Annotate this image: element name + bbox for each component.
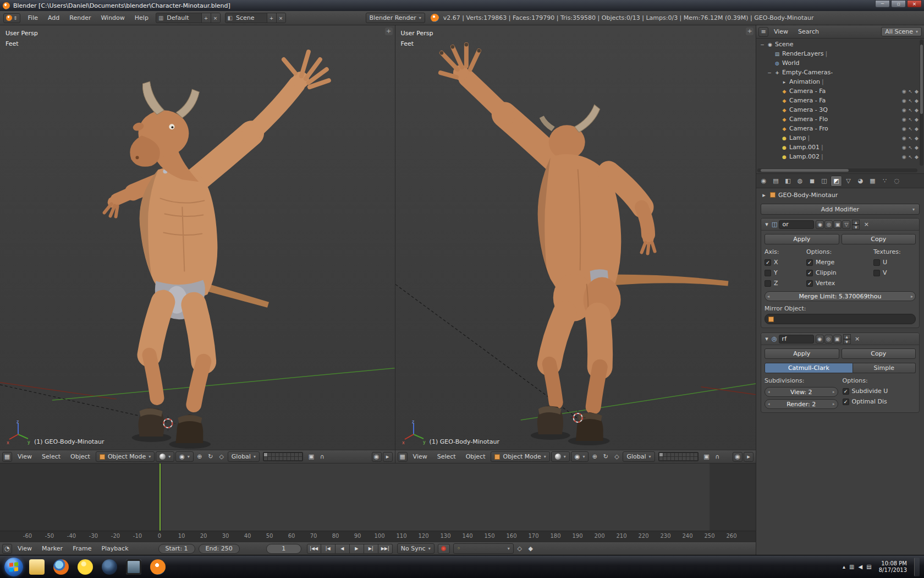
outliner-item[interactable]: Lamp | ◉ ↖ ◆	[756, 133, 924, 143]
pivot-point-selector[interactable]: ◉ ▾	[175, 451, 194, 462]
delete-screen-layout-button[interactable]: ×	[211, 13, 220, 23]
subsurf-option-checkbox[interactable]: Subdivide U	[843, 387, 916, 395]
outliner-scrollbar[interactable]	[920, 40, 923, 166]
visibility-toggle-icon[interactable]: ◉	[902, 89, 906, 94]
visibility-toggle-icon[interactable]: ◉	[902, 145, 906, 150]
renderability-toggle-icon[interactable]: ◆	[915, 117, 919, 122]
minotaur-model-front[interactable]	[0, 25, 395, 450]
render-tab[interactable]: ◉	[758, 176, 769, 187]
outliner-item[interactable]: Lamp.002 | ◉ ↖ ◆	[756, 152, 924, 161]
viewport-shading-selector[interactable]: ▾	[551, 451, 570, 462]
move-modifier-up-button[interactable]: ▲	[852, 220, 860, 225]
mirror-object-field[interactable]	[765, 314, 916, 324]
screen-layout-selector[interactable]: ▥ Default + ×	[156, 13, 221, 23]
info-menu[interactable]: Window	[96, 14, 129, 21]
outliner-item[interactable]: Animation |	[756, 77, 924, 86]
area-split-handle[interactable]: +	[385, 28, 393, 35]
area-split-handle[interactable]: +	[746, 28, 754, 35]
mode-selector[interactable]: Object Mode ▾	[491, 451, 549, 462]
collapse-icon[interactable]: ▾	[763, 220, 770, 230]
constraints-tab[interactable]: ◫	[818, 176, 830, 187]
orientation-selector[interactable]: Global ▾	[228, 451, 260, 462]
renderability-toggle-icon[interactable]: ◆	[915, 135, 919, 141]
info-menu[interactable]: Add	[43, 14, 64, 21]
modifier-name-field[interactable]: or	[779, 220, 814, 229]
selectability-toggle-icon[interactable]: ↖	[909, 107, 913, 113]
move-modifier-down-button[interactable]: ▼	[852, 225, 860, 230]
axis-checkbox[interactable]: Y	[765, 269, 804, 277]
delete-modifier-icon[interactable]: ×	[861, 220, 871, 230]
selectability-toggle-icon[interactable]: ↖	[909, 135, 913, 141]
physics-tab[interactable]: ◌	[891, 176, 903, 187]
subsurf-option-checkbox[interactable]: Optimal Dis	[843, 397, 916, 406]
render-subdivisions-field[interactable]: Render: 2	[765, 399, 838, 409]
scene-tab[interactable]: ◧	[782, 176, 794, 187]
manipulator-rotate-icon[interactable]: ↻	[206, 452, 216, 462]
modifier-editmode-toggle-icon[interactable]: ▣	[833, 220, 842, 229]
viewport-right-canvas[interactable]: User Persp Feet z y x	[395, 25, 756, 450]
renderability-toggle-icon[interactable]: ◆	[915, 107, 919, 113]
visibility-toggle-icon[interactable]: ◉	[902, 117, 906, 122]
manipulator-scale-icon[interactable]: ◇	[612, 452, 622, 462]
viewport-left-canvas[interactable]: User Persp Feet z y x	[0, 25, 395, 450]
timeline-canvas[interactable]	[0, 464, 756, 531]
add-modifier-dropdown[interactable]: Add Modifier ▾	[761, 204, 920, 215]
opengl-render-anim-icon[interactable]: ▸	[744, 452, 754, 462]
axis-checkbox[interactable]: Z	[765, 279, 804, 287]
renderability-toggle-icon[interactable]: ◆	[915, 98, 919, 103]
outliner-item[interactable]: − Scene	[756, 40, 924, 49]
render-engine-selector[interactable]: Blender Render ▾	[366, 13, 425, 23]
lock-icon[interactable]: ▣	[702, 452, 712, 462]
editor-type-button[interactable]: ⇕	[3, 13, 20, 23]
outliner-item[interactable]: Camera - Fa ◉ ↖ ◆	[756, 96, 924, 105]
expander-icon[interactable]: −	[767, 70, 772, 75]
option-checkbox[interactable]: Clippin	[806, 269, 871, 277]
expander-icon[interactable]: −	[760, 42, 765, 47]
view-subdivisions-field[interactable]: View: 2	[765, 387, 838, 397]
catmull-clark-button[interactable]: Catmull-Clark	[765, 363, 853, 373]
selectability-toggle-icon[interactable]: ↖	[909, 98, 913, 103]
timeline-menu[interactable]: Frame	[68, 545, 96, 552]
add-screen-layout-button[interactable]: +	[201, 13, 211, 23]
modifier-render-toggle-icon[interactable]: ◉	[816, 220, 824, 229]
outliner-item[interactable]: World	[756, 58, 924, 68]
modifier-editmode-toggle-icon[interactable]: ▣	[833, 335, 842, 343]
steam[interactable]	[99, 557, 120, 577]
modifier-render-toggle-icon[interactable]: ◉	[816, 335, 824, 343]
taskbar-clock[interactable]: 10:08 PM 8/17/2013	[876, 560, 910, 574]
snap-magnet-icon[interactable]: ∩	[317, 452, 327, 462]
outliner-item[interactable]: Camera - Fa ◉ ↖ ◆	[756, 86, 924, 96]
outliner-item[interactable]: RenderLayers |	[756, 49, 924, 58]
blender[interactable]	[147, 557, 168, 577]
render-layers-tab[interactable]: ▤	[770, 176, 782, 187]
object-data-tab[interactable]: ▽	[843, 176, 854, 187]
insert-keyframe-icon[interactable]: ◇	[515, 544, 525, 554]
next-keyframe-button[interactable]: ▶|	[364, 544, 378, 554]
timeline-ruler[interactable]: -60-50-40-30-20-100102030405060708090100…	[0, 531, 756, 542]
apply-button[interactable]: Apply	[765, 234, 839, 244]
add-scene-button[interactable]: +	[267, 13, 276, 23]
texture-checkbox[interactable]: U	[873, 258, 916, 266]
opengl-render-anim-icon[interactable]: ▸	[383, 452, 393, 462]
axis-checkbox[interactable]: X	[765, 258, 804, 266]
increment-icon[interactable]: ▸	[911, 294, 913, 299]
current-frame-field[interactable]: 1	[266, 544, 301, 554]
outliner-item[interactable]: Camera - 3Q ◉ ↖ ◆	[756, 105, 924, 114]
modifier-cage-toggle-icon[interactable]: ▽	[842, 220, 850, 229]
outliner-menu[interactable]: Search	[794, 28, 823, 35]
modifier-view-toggle-icon[interactable]: ◎	[824, 335, 833, 343]
option-checkbox[interactable]: Vertex	[806, 279, 871, 287]
collapse-icon[interactable]: ▾	[763, 334, 770, 344]
merge-limit-slider[interactable]: ◂ Merge Limit: 5.370069thou ▸	[765, 291, 916, 301]
tray-action-center-icon[interactable]: ▤	[866, 564, 871, 570]
outliner-item[interactable]: Camera - Flo ◉ ↖ ◆	[756, 114, 924, 124]
editor-type-icon[interactable]: ▦	[398, 452, 408, 462]
texture-checkbox[interactable]: V	[873, 269, 916, 277]
apply-button[interactable]: Apply	[765, 348, 839, 359]
visibility-toggle-icon[interactable]: ◉	[902, 126, 906, 132]
maximize-button[interactable]: ▫	[891, 0, 906, 8]
modifier-name-field[interactable]: rf	[779, 335, 814, 343]
opengl-render-icon[interactable]: ◉	[372, 452, 382, 462]
firefox[interactable]	[51, 557, 72, 577]
timeline-playhead[interactable]	[160, 464, 161, 531]
